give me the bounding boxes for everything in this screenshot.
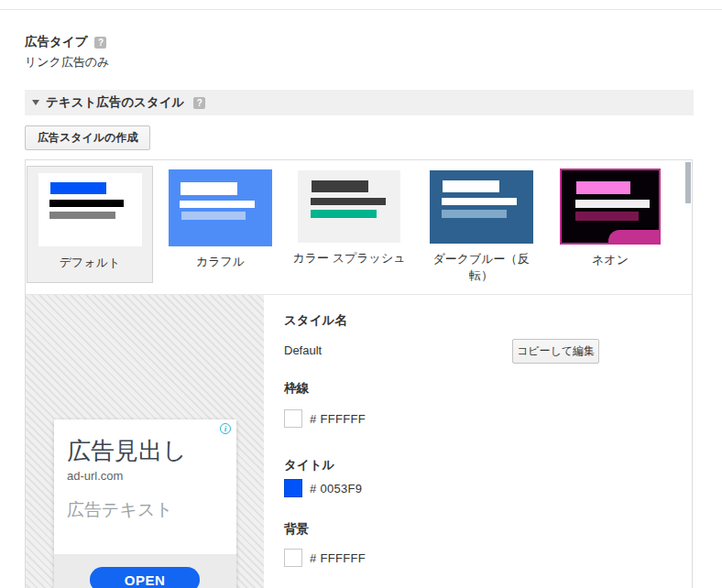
thumb-text-bar (49, 200, 124, 207)
thumb-url-bar (311, 210, 377, 218)
thumb-text-bar (575, 200, 650, 208)
style-option-label: ダークブルー（反転） (422, 251, 540, 284)
background-color-swatch[interactable] (284, 549, 302, 567)
thumb-url-bar (575, 212, 639, 221)
preview-footer: OPEN (54, 554, 236, 588)
create-ad-style-button[interactable]: 広告スタイルの作成 (25, 125, 150, 150)
help-icon[interactable]: ? (94, 37, 106, 49)
border-color-field: # FFFFFF (284, 409, 366, 428)
background-color-field: # FFFFFF (284, 549, 366, 567)
ad-preview-card: i 広告見出し ad-url.com 広告テキスト OPEN (54, 419, 236, 588)
border-color-hex: # FFFFFF (310, 412, 366, 426)
style-panel: デフォルト カラフル カラー スプラッシュ (25, 159, 693, 588)
thumb-text-bar (311, 198, 386, 205)
ad-type-label: 広告タイプ ? (25, 34, 106, 50)
style-option-label: ネオン (560, 252, 661, 268)
preview-body-text: 広告テキスト (67, 498, 173, 522)
thumb-text-bar (180, 201, 255, 208)
style-thumbnail (38, 173, 142, 246)
title-color-hex: # 0053F9 (310, 482, 362, 495)
preview-cta-button: OPEN (90, 567, 200, 588)
thumb-url-bar (181, 212, 246, 220)
style-thumbnail (169, 169, 272, 246)
style-option-color-splash[interactable]: カラー スプラッシュ (291, 170, 407, 267)
copy-and-edit-button[interactable]: コピーして編集 (512, 339, 599, 364)
collapse-triangle-icon (32, 100, 39, 105)
vertical-scrollbar-thumb[interactable] (685, 162, 691, 203)
preview-display-url: ad-url.com (67, 469, 123, 483)
background-color-hex: # FFFFFF (310, 551, 366, 565)
style-name-value: Default (284, 343, 322, 357)
style-option-label: デフォルト (27, 255, 152, 271)
style-name-label: スタイル名 (284, 312, 347, 329)
preview-headline: 広告見出し (67, 435, 187, 467)
title-color-label: タイトル (284, 457, 334, 474)
thumb-title-bar (312, 180, 368, 192)
neon-corner-shape (608, 230, 659, 243)
help-icon[interactable]: ? (193, 97, 205, 109)
ad-style-settings-page: 広告タイプ ? リンク広告のみ テキスト広告のスタイル ? 広告スタイルの作成 … (0, 0, 722, 588)
thumb-url-bar (49, 212, 115, 219)
style-option-darkblue-inverted[interactable]: ダークブルー（反転） (422, 170, 540, 284)
adchoices-info-icon: i (220, 423, 231, 434)
ad-type-value: リンク広告のみ (25, 54, 110, 71)
style-option-colorful[interactable]: カラフル (169, 169, 272, 270)
border-color-swatch[interactable] (284, 409, 302, 428)
thumb-url-bar (442, 210, 507, 218)
style-carousel: デフォルト カラフル カラー スプラッシュ (26, 160, 692, 295)
background-color-label: 背景 (284, 521, 309, 538)
thumb-title-bar (576, 181, 630, 194)
section-title: テキスト広告のスタイル (46, 94, 184, 111)
style-thumbnail (430, 170, 533, 244)
style-option-label: カラー スプラッシュ (291, 250, 407, 267)
thumb-title-bar (180, 182, 237, 195)
thumb-title-bar (443, 180, 499, 192)
style-option-neon[interactable]: ネオン (560, 169, 661, 268)
title-color-field: # 0053F9 (284, 479, 362, 497)
ad-type-label-text: 広告タイプ (25, 34, 87, 50)
style-thumbnail (560, 169, 661, 245)
style-option-default[interactable]: デフォルト (27, 166, 153, 283)
text-ad-style-section-header[interactable]: テキスト広告のスタイル ? (25, 90, 694, 115)
title-color-swatch[interactable] (284, 479, 302, 497)
thumb-title-bar (50, 182, 106, 194)
style-thumbnail (298, 170, 400, 243)
top-divider (0, 9, 722, 10)
border-color-label: 枠線 (284, 380, 309, 397)
thumb-text-bar (442, 198, 517, 205)
style-option-label: カラフル (169, 254, 272, 270)
